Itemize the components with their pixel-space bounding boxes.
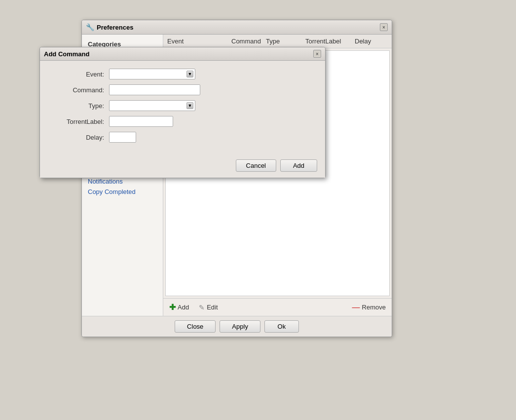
delay-label: Delay: xyxy=(50,134,109,141)
dialog-footer: Cancel Add xyxy=(40,155,325,178)
type-label: Type: xyxy=(50,102,109,110)
remove-label: Remove xyxy=(362,304,386,311)
content-toolbar: ✚ Add ✎ Edit — Remove xyxy=(163,298,392,316)
add-command-button[interactable]: ✚ Add xyxy=(167,302,191,313)
dialog-close-button[interactable]: × xyxy=(313,50,321,58)
torrent-label-label: TorrentLabel: xyxy=(50,118,109,125)
edit-label: Edit xyxy=(207,304,218,311)
event-select-wrapper: ▼ xyxy=(109,69,195,79)
edit-command-button[interactable]: ✎ Edit xyxy=(197,302,220,313)
command-input[interactable] xyxy=(109,84,200,95)
dialog-titlebar: Add Command × xyxy=(40,47,325,61)
event-select[interactable] xyxy=(109,69,195,79)
dialog-overlay: Add Command × Event: ▼ Command: Type: xyxy=(39,0,326,128)
delay-input[interactable] xyxy=(109,132,136,143)
event-row: Event: ▼ xyxy=(50,69,315,79)
delay-row: Delay: xyxy=(50,132,315,143)
apply-button[interactable]: Apply xyxy=(220,320,260,333)
dialog-title: Add Command xyxy=(44,50,89,58)
add-icon: ✚ xyxy=(169,303,176,312)
add-command-dialog: Add Command × Event: ▼ Command: Type: xyxy=(39,47,326,178)
dialog-cancel-button[interactable]: Cancel xyxy=(236,159,276,172)
edit-icon: ✎ xyxy=(199,304,205,311)
torrent-label-row: TorrentLabel: xyxy=(50,116,315,127)
command-label: Command: xyxy=(50,86,109,94)
dialog-body: Event: ▼ Command: Type: ▼ xyxy=(40,61,325,155)
add-label: Add xyxy=(178,304,189,311)
command-row: Command: xyxy=(50,84,315,95)
type-select[interactable] xyxy=(109,100,195,111)
type-select-wrapper: ▼ xyxy=(109,100,195,111)
remove-icon: — xyxy=(352,303,360,312)
remove-command-button[interactable]: — Remove xyxy=(350,302,388,313)
toolbar-left: ✚ Add ✎ Edit xyxy=(167,302,220,313)
type-row: Type: ▼ xyxy=(50,100,315,111)
dialog-add-button[interactable]: Add xyxy=(280,159,317,172)
torrent-label-input[interactable] xyxy=(109,116,173,127)
event-label: Event: xyxy=(50,71,109,78)
preferences-close-button[interactable]: × xyxy=(380,23,388,31)
col-delay: Delay xyxy=(351,37,385,46)
preferences-footer: Close Apply Ok xyxy=(82,316,392,337)
close-button[interactable]: Close xyxy=(175,320,216,333)
sidebar-item-copy-completed[interactable]: Copy Completed xyxy=(82,187,163,197)
ok-button[interactable]: Ok xyxy=(264,320,299,333)
